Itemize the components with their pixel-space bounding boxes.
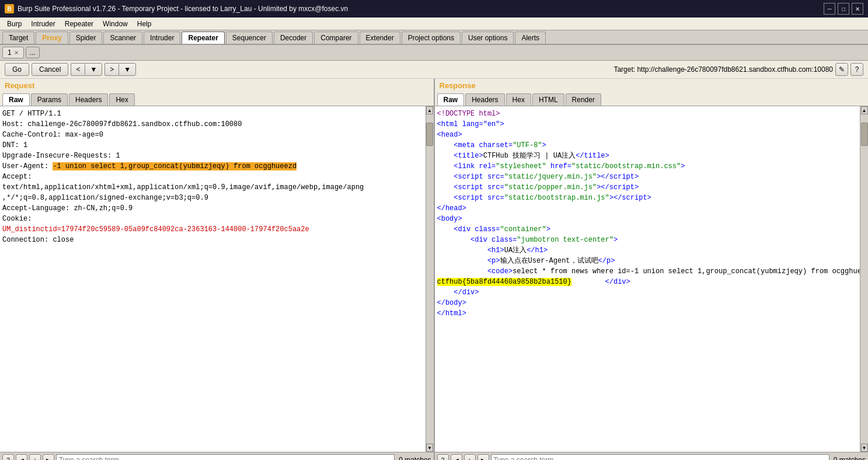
request-panel: Request Raw Params Headers Hex GET / HTT…: [0, 79, 435, 460]
main-tab-bar: Target Proxy Spider Scanner Intruder Rep…: [0, 30, 868, 45]
minimize-button[interactable]: ─: [824, 3, 835, 15]
resp-body-close: </body>: [437, 299, 466, 307]
tab-user-options[interactable]: User options: [462, 32, 514, 44]
request-code[interactable]: GET / HTTP/1.1 Host: challenge-26c780097…: [0, 106, 426, 452]
request-search-bar: ? ◀ + ▶ 0 matches: [0, 452, 434, 460]
tab-proxy[interactable]: Proxy: [36, 32, 68, 44]
tab-spider[interactable]: Spider: [69, 32, 103, 44]
close-button[interactable]: ✕: [852, 3, 863, 15]
resp-div1-close: </div>: [454, 288, 479, 297]
resp-script2: <script src="static/popper.min.js"></scr…: [454, 183, 639, 191]
menu-repeater[interactable]: Repeater: [60, 19, 98, 29]
response-sub-tabs: Raw Headers Hex HTML Render: [435, 92, 869, 106]
tab-scanner[interactable]: Scanner: [103, 32, 142, 44]
help-button[interactable]: ?: [850, 63, 863, 76]
req-cookie-highlight: UM_distinctid=17974f20c59589-05a09fc8409…: [2, 225, 309, 234]
tab-repeater[interactable]: Repeater: [182, 32, 224, 44]
request-tab-hex[interactable]: Hex: [109, 93, 134, 106]
response-tab-html[interactable]: HTML: [532, 93, 564, 106]
response-search-next2[interactable]: ▶: [477, 454, 489, 460]
title-bar: B Burp Suite Professional v1.7.26 - Temp…: [0, 0, 868, 18]
resp-body-open: <body>: [437, 215, 462, 223]
maximize-button[interactable]: □: [838, 3, 849, 15]
tab-comparer[interactable]: Comparer: [314, 32, 358, 44]
response-panel: Response Raw Headers Hex HTML Render <!D…: [435, 79, 869, 460]
request-sub-tabs: Raw Params Headers Hex: [0, 92, 434, 106]
tab-close-icon[interactable]: ✕: [14, 50, 19, 56]
menu-intruder[interactable]: Intruder: [26, 19, 60, 29]
scroll-up-arrow[interactable]: ▲: [426, 106, 433, 114]
req-line2: Accept: text/html,application/xhtml+xml,…: [2, 173, 364, 223]
menu-burp[interactable]: Burp: [2, 19, 26, 29]
nav-left-button[interactable]: <: [71, 63, 85, 76]
response-tab-headers[interactable]: Headers: [465, 93, 504, 106]
request-search-matches: 0 matches: [399, 456, 431, 460]
response-tab-render[interactable]: Render: [566, 93, 601, 106]
req-line3: Connection: close: [2, 236, 74, 244]
cancel-button[interactable]: Cancel: [32, 63, 68, 76]
req-line1: GET / HTTP/1.1 Host: challenge-26c780097…: [2, 110, 242, 170]
toolbar: Go Cancel < ▼ > ▼ Target: http://challen…: [0, 61, 868, 79]
scroll-down-arrow[interactable]: ▼: [426, 444, 433, 452]
nav-left-down-button[interactable]: ▼: [85, 63, 102, 76]
resp-h1: <h1>UA注入</h1>: [487, 246, 548, 255]
resp-div2: <div class="jumbotron text-center">: [470, 236, 618, 244]
request-tab-raw[interactable]: Raw: [2, 93, 30, 106]
scroll-thumb[interactable]: [426, 123, 433, 146]
request-scrollbar[interactable]: ▲ ▼: [426, 106, 434, 452]
tab-intruder[interactable]: Intruder: [144, 32, 180, 44]
response-tab-raw[interactable]: Raw: [437, 93, 465, 106]
request-search-next2[interactable]: ▶: [43, 454, 54, 460]
nav-left-group: < ▼: [71, 63, 102, 76]
response-search-prev[interactable]: ◀: [451, 454, 462, 460]
response-scrollbar[interactable]: ▲ ▼: [860, 106, 868, 452]
nav-right-button[interactable]: >: [104, 63, 118, 76]
response-search-input[interactable]: [491, 454, 829, 460]
edit-target-button[interactable]: ✎: [835, 63, 848, 76]
repeater-tab-bar: 1 ✕ ...: [0, 45, 868, 61]
content-area: Request Raw Params Headers Hex GET / HTT…: [0, 79, 868, 460]
request-search-prev[interactable]: ◀: [16, 454, 27, 460]
resp-scroll-up[interactable]: ▲: [861, 106, 868, 114]
resp-scroll-thumb[interactable]: [861, 123, 868, 146]
repeater-tab-more[interactable]: ...: [26, 47, 40, 58]
response-search-help[interactable]: ?: [437, 454, 449, 460]
resp-title: <title>CTFHub 技能学习 | UA注入</title>: [454, 152, 609, 160]
response-search-next[interactable]: +: [464, 454, 476, 460]
app-icon: B: [5, 4, 14, 13]
request-search-next[interactable]: +: [29, 454, 41, 460]
tab-project-options[interactable]: Project options: [402, 32, 461, 44]
nav-right-down-button[interactable]: ▼: [118, 63, 136, 76]
resp-scroll-down[interactable]: ▼: [861, 444, 868, 452]
resp-doctype: <!DOCTYPE html>: [437, 110, 500, 118]
menu-bar: Burp Intruder Repeater Window Help: [0, 18, 868, 30]
menu-window[interactable]: Window: [98, 19, 133, 29]
resp-div2-close: </div>: [605, 278, 630, 286]
tab-target[interactable]: Target: [2, 32, 34, 44]
response-tab-hex[interactable]: Hex: [506, 93, 531, 106]
resp-code: <code>select * from news where id=-1 uni…: [487, 267, 860, 276]
repeater-tab-1[interactable]: 1 ✕: [2, 47, 24, 58]
resp-flag-highlight: ctfhub{5ba8fd44460a9858b2ba1510}: [437, 278, 571, 286]
menu-help[interactable]: Help: [133, 19, 156, 29]
tab-decoder[interactable]: Decoder: [274, 32, 313, 44]
request-tab-headers[interactable]: Headers: [69, 93, 108, 106]
request-tab-params[interactable]: Params: [31, 93, 68, 106]
resp-head-open: <head>: [437, 131, 462, 139]
request-search-help[interactable]: ?: [2, 454, 14, 460]
response-code[interactable]: <!DOCTYPE html> <html lang="en"> <head> …: [435, 106, 860, 452]
target-label: Target: http://challenge-26c780097fdb862…: [613, 65, 833, 74]
resp-meta: <meta charset="UTF-8">: [454, 141, 546, 149]
tab-alerts[interactable]: Alerts: [515, 32, 546, 44]
go-button[interactable]: Go: [5, 63, 29, 76]
request-search-input[interactable]: [56, 454, 395, 460]
resp-div1: <div class="container">: [454, 225, 550, 234]
repeater-tab-label: 1: [8, 48, 12, 57]
tab-extender[interactable]: Extender: [360, 32, 400, 44]
request-text-area: GET / HTTP/1.1 Host: challenge-26c780097…: [0, 106, 434, 452]
resp-p: <p>输入点在User-Agent，试试吧</p>: [487, 257, 615, 265]
tab-sequencer[interactable]: Sequencer: [226, 32, 273, 44]
target-display: Target: http://challenge-26c780097fdb862…: [613, 63, 863, 76]
request-title: Request: [0, 79, 434, 92]
req-user-agent-highlight: -1 union select 1,group_concat(yubmizjeq…: [53, 162, 297, 170]
